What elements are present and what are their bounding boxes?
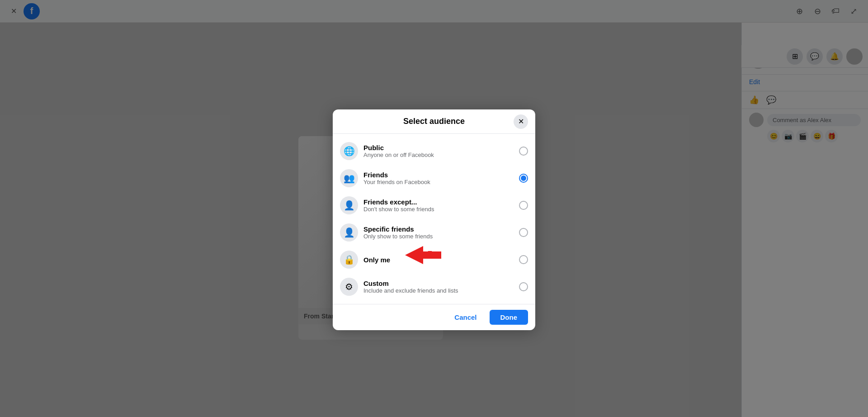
- friends-except-title: Friends except...: [363, 198, 514, 206]
- only-me-radio[interactable]: [519, 255, 528, 264]
- cancel-button[interactable]: Cancel: [445, 310, 486, 325]
- custom-option-text: Custom Include and exclude friends and l…: [363, 280, 514, 294]
- friends-option-text: Friends Your friends on Facebook: [363, 171, 514, 185]
- modal-title: Select audience: [403, 117, 465, 126]
- specific-friends-option-text: Specific friends Only show to some frien…: [363, 225, 514, 240]
- audience-option-friends[interactable]: 👥 Friends Your friends on Facebook: [333, 165, 535, 192]
- custom-icon: ⚙: [340, 278, 358, 296]
- friends-radio[interactable]: [519, 174, 528, 183]
- modal-close-button[interactable]: ✕: [514, 114, 528, 129]
- public-icon: 🌐: [340, 142, 358, 160]
- audience-option-specific-friends[interactable]: 👤 Specific friends Only show to some fri…: [333, 219, 535, 246]
- only-me-title: Only me: [363, 256, 514, 264]
- custom-radio[interactable]: [519, 282, 528, 291]
- friends-except-subtitle: Don't show to some friends: [363, 206, 514, 213]
- specific-friends-radio[interactable]: [519, 228, 528, 237]
- specific-friends-icon: 👤: [340, 223, 358, 242]
- specific-friends-subtitle: Only show to some friends: [363, 233, 514, 240]
- only-me-option-text: Only me: [363, 256, 514, 264]
- custom-title: Custom: [363, 280, 514, 287]
- friends-subtitle: Your friends on Facebook: [363, 179, 514, 185]
- friends-icon: 👥: [340, 169, 358, 187]
- audience-option-friends-except[interactable]: 👤 Friends except... Don't show to some f…: [333, 192, 535, 219]
- friends-except-icon: 👤: [340, 196, 358, 214]
- custom-subtitle: Include and exclude friends and lists: [363, 287, 514, 294]
- modal-header: Select audience ✕: [333, 109, 535, 134]
- select-audience-modal: Select audience ✕ 🌐 Public Anyone on or …: [333, 109, 535, 330]
- audience-option-only-me[interactable]: 🔒 Only me 7: [333, 246, 535, 273]
- friends-except-option-text: Friends except... Don't show to some fri…: [363, 198, 514, 213]
- modal-overlay: Select audience ✕ 🌐 Public Anyone on or …: [0, 0, 868, 417]
- public-option-text: Public Anyone on or off Facebook: [363, 144, 514, 158]
- modal-body: 🌐 Public Anyone on or off Facebook 👥 Fri…: [333, 134, 535, 304]
- friends-except-radio[interactable]: [519, 201, 528, 210]
- public-radio[interactable]: [519, 147, 528, 156]
- only-me-icon: 🔒: [340, 251, 358, 269]
- friends-title: Friends: [363, 171, 514, 179]
- done-button[interactable]: Done: [490, 310, 528, 325]
- audience-option-public[interactable]: 🌐 Public Anyone on or off Facebook: [333, 137, 535, 165]
- public-subtitle: Anyone on or off Facebook: [363, 152, 514, 158]
- public-title: Public: [363, 144, 514, 152]
- audience-option-custom[interactable]: ⚙ Custom Include and exclude friends and…: [333, 273, 535, 300]
- modal-footer: Cancel Done: [333, 304, 535, 330]
- specific-friends-title: Specific friends: [363, 225, 514, 233]
